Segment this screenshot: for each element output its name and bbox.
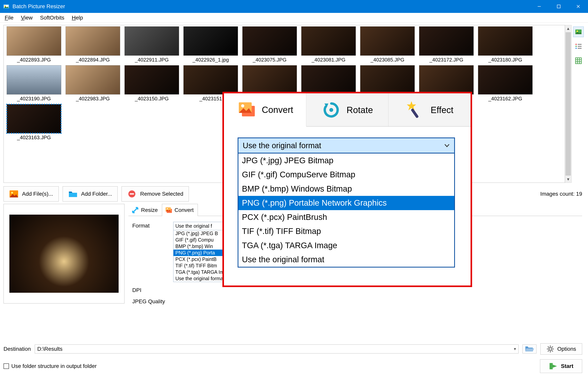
thumbnail-item[interactable]: _4023180.JPG — [477, 26, 534, 63]
thumbnail-image[interactable] — [478, 26, 533, 56]
tab-resize[interactable]: Resize — [128, 204, 162, 216]
thumbnail-label: _4022983.JPG — [76, 96, 110, 102]
callout-format-option[interactable]: BMP (*.bmp) Windows Bitmap — [238, 182, 454, 196]
app-icon — [3, 3, 10, 10]
image-icon — [9, 190, 19, 198]
thumbnail-image[interactable] — [301, 65, 356, 94]
thumbnail-item[interactable]: _4023081.JPG — [300, 26, 357, 63]
callout-format-option[interactable]: TIF (*.tif) TIFF Bitmap — [238, 224, 454, 238]
view-grid-button[interactable] — [573, 55, 584, 66]
scroll-thumb[interactable] — [566, 32, 571, 176]
thumbnail-item[interactable]: _4022894.JPG — [64, 26, 121, 63]
gallery-scrollbar[interactable]: ▲ ▼ — [565, 25, 572, 183]
scroll-up-icon[interactable]: ▲ — [565, 25, 571, 32]
menu-view[interactable]: View — [20, 14, 34, 22]
svg-rect-31 — [411, 108, 419, 118]
callout-format-current[interactable]: Use the original format — [238, 138, 454, 154]
add-folder-label: Add Folder... — [81, 191, 112, 197]
convert-icon — [237, 100, 256, 119]
options-button[interactable]: Options — [540, 343, 582, 355]
thumbnail-item[interactable]: _4023162.JPG — [477, 65, 534, 102]
dpi-label: DPI — [132, 286, 173, 293]
thumbnail-image[interactable] — [125, 26, 179, 56]
thumbnail-item[interactable]: _4022893.JPG — [6, 26, 62, 63]
preview-pane — [3, 204, 125, 303]
callout-format-select[interactable]: Use the original format JPG (*.jpg) JPEG… — [238, 137, 455, 268]
thumbnail-image[interactable] — [183, 65, 238, 94]
callout-format-option[interactable]: TGA (*.tga) TARGA Image — [238, 238, 454, 252]
thumbnail-item[interactable]: _4022926_1.jpg — [182, 26, 239, 63]
minimize-button[interactable] — [529, 0, 549, 13]
thumbnail-item[interactable]: _4022911.JPG — [124, 26, 180, 63]
browse-destination-button[interactable] — [523, 344, 537, 354]
magic-wand-icon — [406, 100, 425, 120]
callout-tab-rotate[interactable]: Rotate — [306, 93, 389, 126]
start-button[interactable]: Start — [540, 359, 582, 373]
jpeg-quality-label: JPEG Quality — [132, 298, 173, 305]
thumbnail-item[interactable]: _4023190.JPG — [6, 65, 62, 102]
callout-tab-effect[interactable]: Effect — [388, 93, 471, 126]
folder-open-icon — [525, 346, 534, 352]
thumbnail-image[interactable] — [7, 104, 61, 133]
svg-rect-4 — [557, 5, 560, 8]
format-label: Format — [132, 222, 173, 229]
menu-file[interactable]: File — [3, 14, 15, 22]
thumbnail-image[interactable] — [65, 26, 120, 56]
thumbnail-item[interactable]: _4023075.JPG — [241, 26, 298, 63]
thumbnail-image[interactable] — [301, 26, 356, 56]
scroll-down-icon[interactable]: ▼ — [565, 176, 571, 183]
thumbnail-image[interactable] — [242, 65, 297, 94]
thumbnail-label: _4023075.JPG — [253, 57, 286, 63]
remove-icon — [127, 190, 137, 198]
use-folder-structure-checkbox[interactable]: Use folder structure in output folder — [3, 363, 97, 369]
thumbnail-image[interactable] — [242, 26, 297, 56]
callout-format-option[interactable]: PCX (*.pcx) PaintBrush — [238, 210, 454, 224]
svg-rect-15 — [575, 58, 581, 64]
close-button[interactable] — [568, 0, 588, 13]
destination-input[interactable]: D:\Results ▾ — [35, 344, 518, 354]
thumbnail-label: _4023151 — [199, 96, 222, 102]
add-files-button[interactable]: Add File(s)... — [3, 186, 59, 202]
thumbnail-image[interactable] — [125, 65, 179, 94]
view-list-button[interactable] — [573, 41, 584, 52]
app-title: Batch Picture Resizer — [13, 3, 65, 10]
folder-icon — [68, 190, 78, 198]
thumbnail-item[interactable]: _4022983.JPG — [64, 65, 121, 102]
thumbnail-image[interactable] — [183, 26, 238, 56]
thumbnail-image[interactable] — [7, 65, 61, 94]
callout-format-option[interactable]: PNG (*.png) Portable Network Graphics — [238, 196, 454, 210]
thumbnail-image[interactable] — [419, 26, 474, 56]
add-folder-button[interactable]: Add Folder... — [63, 186, 118, 202]
callout-format-option[interactable]: Use the original format — [238, 252, 454, 267]
thumbnail-image[interactable] — [478, 65, 533, 94]
maximize-button[interactable] — [549, 0, 568, 13]
thumbnail-item[interactable]: _4023150.JPG — [124, 65, 180, 102]
callout-format-option[interactable]: JPG (*.jpg) JPEG Bitmap — [238, 154, 454, 168]
thumbnail-item[interactable]: _4023163.JPG — [6, 104, 62, 141]
use-folder-structure-label: Use folder structure in output folder — [11, 363, 97, 369]
titlebar: Batch Picture Resizer — [0, 0, 588, 13]
chevron-down-icon[interactable]: ▾ — [514, 346, 516, 352]
thumbnail-image[interactable] — [360, 65, 415, 94]
window-controls — [529, 0, 588, 13]
checkbox-icon[interactable] — [3, 363, 9, 369]
callout-format-list[interactable]: JPG (*.jpg) JPEG BitmapGIF (*.gif) Compu… — [238, 154, 454, 267]
menu-softorbits[interactable]: SoftOrbits — [39, 14, 65, 22]
thumbnail-image[interactable] — [65, 65, 120, 94]
remove-selected-button[interactable]: Remove Selected — [122, 186, 189, 202]
callout-format-option[interactable]: GIF (*.gif) CompuServe Bitmap — [238, 168, 454, 182]
callout-tab-convert[interactable]: Convert — [224, 93, 306, 127]
tab-convert[interactable]: Convert — [162, 204, 198, 216]
resize-icon — [131, 206, 139, 214]
thumbnail-label: _4023163.JPG — [17, 134, 51, 141]
callout-tab-rotate-label: Rotate — [346, 105, 373, 115]
svg-line-40 — [548, 350, 549, 352]
menu-help[interactable]: Help — [71, 14, 84, 22]
thumbnail-label: _4023150.JPG — [135, 96, 168, 102]
thumbnail-image[interactable] — [360, 26, 415, 56]
thumbnail-item[interactable]: _4023085.JPG — [359, 26, 416, 63]
thumbnail-image[interactable] — [419, 65, 474, 94]
view-thumbnails-button[interactable] — [573, 26, 584, 37]
thumbnail-image[interactable] — [7, 26, 61, 56]
thumbnail-item[interactable]: _4023172.JPG — [418, 26, 475, 63]
